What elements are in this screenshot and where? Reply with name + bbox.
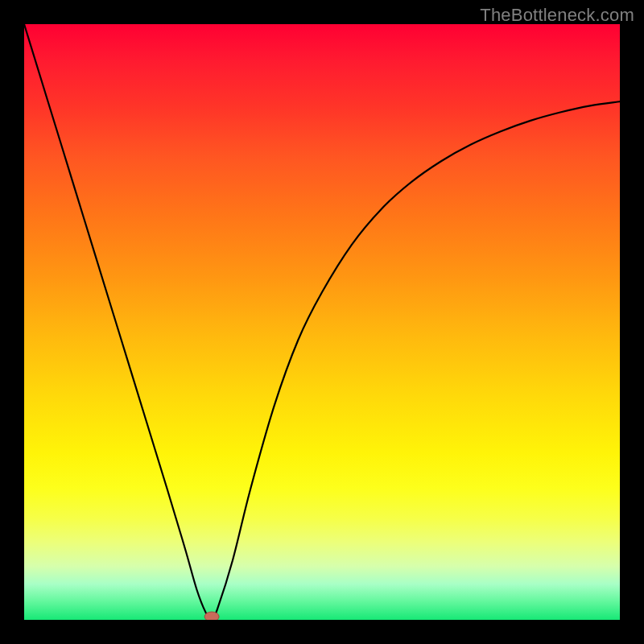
plot-area <box>24 24 620 620</box>
chart-frame: TheBottleneck.com <box>0 0 644 644</box>
curve-layer <box>24 24 620 620</box>
optimal-marker-icon <box>204 612 219 620</box>
watermark-text: TheBottleneck.com <box>480 5 634 26</box>
bottleneck-curve <box>24 24 620 620</box>
